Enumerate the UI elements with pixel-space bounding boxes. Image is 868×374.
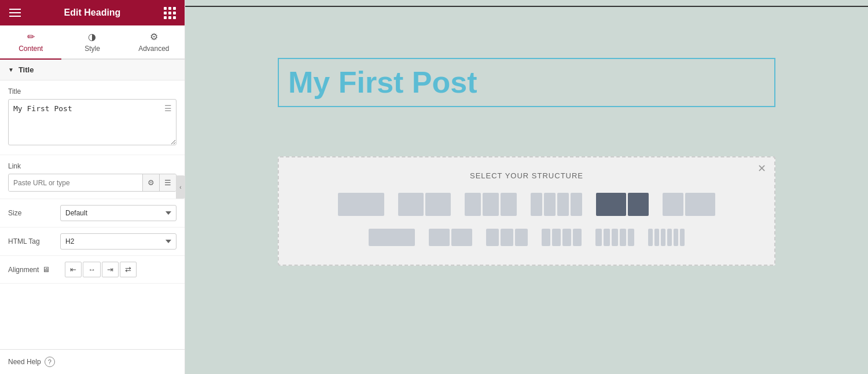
layout-6col-sm[interactable] xyxy=(646,226,687,248)
gear-icon: ⚙ xyxy=(150,31,158,42)
section-title-header[interactable]: ▼ Title xyxy=(0,60,185,80)
grid-icon[interactable] xyxy=(164,7,175,19)
size-select[interactable]: Default Small Medium Large XL XXL xyxy=(60,205,176,221)
size-row: Size Default Small Medium Large XL XXL xyxy=(0,199,185,228)
align-justify-button[interactable]: ⇄ xyxy=(120,262,137,277)
link-input[interactable] xyxy=(9,175,142,191)
main-content: My First Post ✕ SELECT YOUR STRUCTURE xyxy=(185,0,868,374)
link-settings-button[interactable]: ⚙ xyxy=(142,174,159,191)
structure-row-2 xyxy=(290,226,763,248)
panel-tabs: ✏ Content ◑ Style ⚙ Advanced xyxy=(0,25,185,60)
structure-selector: ✕ SELECT YOUR STRUCTURE xyxy=(278,156,775,266)
style-icon: ◑ xyxy=(88,31,96,42)
link-field-label: Link xyxy=(8,162,176,170)
help-text: Need Help xyxy=(8,358,41,366)
structure-close-button[interactable]: ✕ xyxy=(757,163,766,174)
section-title-label: Title xyxy=(19,65,34,74)
chevron-icon: ▼ xyxy=(8,67,14,73)
collapse-toggle[interactable]: ‹ xyxy=(176,175,185,199)
structure-row-1 xyxy=(290,190,763,218)
link-list-button[interactable]: ☰ xyxy=(159,174,176,191)
panel-header: Edit Heading xyxy=(0,0,185,25)
size-label: Size xyxy=(8,209,60,217)
align-left-button[interactable]: ⇤ xyxy=(65,262,82,277)
layout-2col[interactable] xyxy=(396,190,453,218)
panel-content: ▼ Title Title My First Post ☰ Link ⚙ ☰ S… xyxy=(0,60,185,349)
layout-5col-sm[interactable] xyxy=(593,226,637,248)
alignment-label: Alignment 🖥 xyxy=(8,265,60,274)
html-tag-row: HTML Tag H1 H2 H3 H4 H5 H6 div span p xyxy=(0,228,185,256)
align-right-button[interactable]: ⇥ xyxy=(102,262,119,277)
title-textarea[interactable]: My First Post xyxy=(8,99,176,145)
layout-4col[interactable] xyxy=(528,190,584,218)
layout-1col[interactable] xyxy=(336,190,387,218)
monitor-icon: 🖥 xyxy=(42,265,50,274)
heading-text: My First Post xyxy=(288,66,765,99)
tab-style[interactable]: ◑ Style xyxy=(61,25,123,60)
pencil-icon: ✏ xyxy=(27,31,35,42)
tab-content[interactable]: ✏ Content xyxy=(0,25,61,60)
align-center-button[interactable]: ↔ xyxy=(83,262,101,277)
heading-element[interactable]: My First Post xyxy=(278,58,775,107)
layout-4col-sm[interactable] xyxy=(539,226,584,248)
tab-content-label: Content xyxy=(19,45,43,53)
panel-footer: Need Help ? xyxy=(0,349,185,374)
html-tag-select[interactable]: H1 H2 H3 H4 H5 H6 div span p xyxy=(60,233,176,250)
left-panel: Edit Heading ✏ Content ◑ Style ⚙ Advance… xyxy=(0,0,185,374)
hamburger-icon[interactable] xyxy=(9,6,21,19)
top-line xyxy=(185,0,868,7)
title-field-group: Title My First Post ☰ xyxy=(0,80,185,155)
title-field-label: Title xyxy=(8,87,176,96)
layout-2col-sm[interactable] xyxy=(426,226,475,248)
title-textarea-wrapper: My First Post ☰ xyxy=(8,99,176,148)
panel-title: Edit Heading xyxy=(64,8,121,18)
text-align-icon[interactable]: ☰ xyxy=(164,104,172,113)
tab-style-label: Style xyxy=(84,45,100,53)
layout-1col-sm[interactable] xyxy=(366,226,417,248)
layout-2col-wide-right[interactable] xyxy=(660,190,718,218)
alignment-buttons: ⇤ ↔ ⇥ ⇄ xyxy=(65,262,137,277)
layout-3col-sm[interactable] xyxy=(484,226,530,248)
alignment-row: Alignment 🖥 ⇤ ↔ ⇥ ⇄ xyxy=(0,256,185,284)
link-field-row: ⚙ ☰ xyxy=(8,174,176,192)
html-tag-label: HTML Tag xyxy=(8,237,60,245)
link-field-group: Link ⚙ ☰ xyxy=(0,155,185,199)
layout-2col-wide-left[interactable] xyxy=(594,190,651,218)
tab-advanced[interactable]: ⚙ Advanced xyxy=(123,25,185,60)
layout-3col[interactable] xyxy=(462,190,519,218)
structure-title: SELECT YOUR STRUCTURE xyxy=(290,171,763,180)
help-icon[interactable]: ? xyxy=(45,357,55,367)
tab-advanced-label: Advanced xyxy=(138,45,169,53)
